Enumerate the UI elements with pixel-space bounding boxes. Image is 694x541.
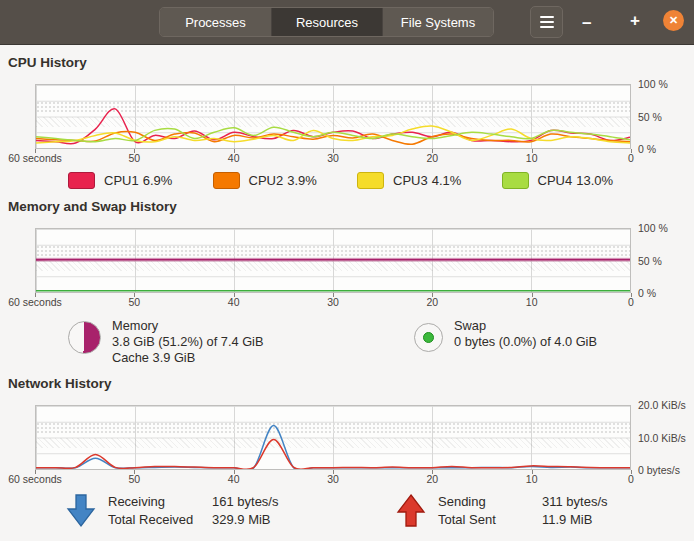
x-tick-label: 20 [426,296,438,308]
cpu-section-title: CPU History [8,45,686,70]
x-tick-label: 10 [526,152,538,164]
memory-section: Memory and Swap History 100 %50 %0 % 60 … [8,189,686,366]
memory-meter: Memory 3.8 GiB (51.2%) of 7.4 GiB Cache … [68,318,414,366]
cpu2-color-swatch [213,172,240,189]
sending-label: Sending [438,494,542,509]
memory-x-axis: 60 seconds50403020100 [35,293,631,309]
y-tick-label: 50 % [638,111,662,123]
x-tick-label: 20 [426,473,438,485]
series-receiving [36,426,630,470]
x-tick-label: 0 [628,152,634,164]
network-y-axis: 20.0 KiB/s10.0 KiB/s0 bytes/s [631,405,686,470]
x-tick-label: 0 [628,296,634,308]
x-tick-label: 40 [228,152,240,164]
x-tick-label: 30 [327,296,339,308]
y-tick-label: 100 % [638,222,668,234]
tab-file-systems[interactable]: File Systems [382,8,493,36]
x-tick-label: 50 [128,296,140,308]
system-monitor-window: Processes Resources File Systems – + ✕ C… [0,0,694,541]
receiving-rate: 161 bytes/s [212,494,279,509]
sending-rate: 311 bytes/s [542,494,608,509]
cpu3-color-swatch [357,172,384,189]
resources-view: CPU History 100 %50 %0 % 60 seconds50403… [0,45,694,541]
y-tick-label: 0 % [638,287,656,299]
y-tick-label: 20.0 KiB/s [638,399,686,411]
hamburger-icon [540,16,554,18]
network-history-chart [35,405,631,470]
cpu-history-chart [35,84,631,149]
cpu-y-axis: 100 %50 %0 % [631,84,686,149]
tab-processes[interactable]: Processes [160,8,271,36]
titlebar: Processes Resources File Systems – + ✕ [0,0,694,45]
cpu3-legend-item: CPU34.1% [357,172,502,189]
x-tick-label: 50 [128,152,140,164]
download-arrow-icon [66,493,96,529]
maximize-button[interactable]: + [630,12,640,29]
view-switcher: Processes Resources File Systems [159,7,494,37]
x-tick-label: 20 [426,152,438,164]
x-tick-label: 50 [128,473,140,485]
series-sending [36,439,630,469]
close-button[interactable]: ✕ [663,10,684,31]
total-received-value: 329.9 MiB [212,512,279,527]
sending-group: Sending 311 bytes/s Total Sent 11.9 MiB [396,492,608,529]
x-tick-label: 10 [526,296,538,308]
swap-meter: Swap 0 bytes (0.0%) of 4.0 GiB [414,318,597,366]
x-tick-label: 30 [327,473,339,485]
cpu2-legend-item: CPU23.9% [213,172,358,189]
memory-usage: 3.8 GiB (51.2%) of 7.4 GiB [112,334,264,350]
x-tick-label: 40 [228,296,240,308]
x-tick-label: 60 seconds [8,296,62,308]
cpu1-color-swatch [68,172,95,189]
x-tick-label: 40 [228,473,240,485]
swap-pie-icon [414,323,443,352]
primary-menu-button[interactable] [530,6,563,38]
y-tick-label: 0 % [638,143,656,155]
memory-y-axis: 100 %50 %0 % [631,228,686,293]
y-tick-label: 100 % [638,78,668,90]
receiving-label: Receiving [108,494,212,509]
x-tick-label: 0 [628,473,634,485]
swap-usage: 0 bytes (0.0%) of 4.0 GiB [454,334,597,350]
cpu4-legend-item: CPU413.0% [502,172,647,189]
memory-history-chart [35,228,631,293]
minimize-button[interactable]: – [582,14,591,31]
total-received-label: Total Received [108,512,212,527]
memory-section-title: Memory and Swap History [8,189,686,214]
receiving-group: Receiving 161 bytes/s Total Received 329… [66,492,396,529]
cpu-legend: CPU16.9% CPU23.9% CPU34.1% CPU413.0% [68,172,646,189]
network-totals: Receiving 161 bytes/s Total Received 329… [66,492,686,529]
x-tick-label: 30 [327,152,339,164]
x-tick-label: 60 seconds [8,152,62,164]
upload-arrow-icon [396,493,426,529]
cpu1-legend-item: CPU16.9% [68,172,213,189]
x-tick-label: 60 seconds [8,473,62,485]
memory-pie-icon [68,321,101,354]
network-section: Network History 20.0 KiB/s10.0 KiB/s0 by… [8,366,686,529]
swap-label: Swap [454,318,597,334]
memory-swap-meters: Memory 3.8 GiB (51.2%) of 7.4 GiB Cache … [68,318,686,366]
y-tick-label: 10.0 KiB/s [638,432,686,444]
network-section-title: Network History [8,366,686,391]
total-sent-value: 11.9 MiB [542,512,608,527]
x-tick-label: 10 [526,473,538,485]
cpu4-color-swatch [502,172,529,189]
total-sent-label: Total Sent [438,512,542,527]
network-x-axis: 60 seconds50403020100 [35,470,631,486]
memory-label: Memory [112,318,264,334]
y-tick-label: 50 % [638,255,662,267]
memory-cache: Cache 3.9 GiB [112,350,264,366]
tab-resources[interactable]: Resources [271,8,382,36]
cpu-section: CPU History 100 %50 %0 % 60 seconds50403… [8,45,686,189]
y-tick-label: 0 bytes/s [638,464,680,476]
cpu-x-axis: 60 seconds50403020100 [35,149,631,165]
